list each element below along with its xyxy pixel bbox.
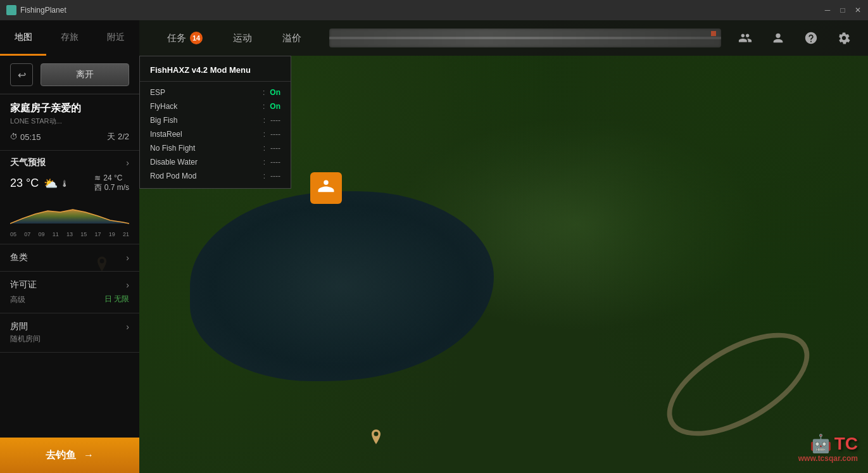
players-icon-btn[interactable]	[734, 27, 757, 49]
bigfish-value: ----	[270, 116, 280, 125]
license-section[interactable]: 许可证 › 高级 日 无限	[0, 272, 139, 313]
back-area: ↩ 离开	[0, 56, 139, 94]
room-sub: 随机房间	[10, 334, 129, 344]
license-arrow: ›	[126, 280, 129, 290]
settings-icon	[837, 31, 851, 45]
tab-map[interactable]: 地图	[0, 20, 46, 56]
person-icon	[771, 31, 785, 45]
titlebar-controls: ─ □ ✕	[822, 0, 863, 20]
tasks-badge: 14	[190, 32, 203, 44]
mod-menu: FishHAXZ v4.2 Mod Menu ESP : On FlyHack …	[139, 56, 291, 189]
player-icon	[317, 179, 336, 198]
room-title: 房間	[10, 321, 28, 332]
license-header: 许可证 ›	[10, 279, 129, 291]
location-time-row: ⏱ 05:15 天 2/2	[10, 131, 129, 142]
nofishfight-value: ----	[270, 144, 280, 153]
app-icon	[6, 5, 16, 15]
room-arrow: ›	[126, 322, 129, 332]
go-fishing-button[interactable]: 去钓鱼 →	[0, 438, 139, 473]
fish-title: 鱼类	[10, 252, 28, 263]
wave-icon: ≋	[94, 173, 101, 182]
help-icon	[804, 31, 818, 45]
location-sub: LONE STAR动...	[10, 117, 129, 126]
flyhack-value: On	[270, 102, 280, 111]
blurred-bar	[329, 28, 721, 47]
nav-item-sports[interactable]: 运动	[218, 20, 267, 56]
sidebar-scroll: ↩ 离开 家庭房子亲爱的 LONE STAR动... ⏱ 05:15 天 2/2	[0, 56, 139, 438]
sidebar: 地图 存旅 附近 ↩ 离开 家庭房子亲爱的 LONE STAR动...	[0, 20, 139, 473]
fish-section[interactable]: 鱼类 ›	[0, 244, 139, 272]
location-day: 天 2/2	[107, 131, 129, 142]
room-header: 房間 ›	[10, 321, 129, 332]
license-title: 许可证	[10, 279, 37, 291]
fish-arrow: ›	[126, 253, 129, 263]
mod-menu-title: FishHAXZ v4.2 Mod Menu	[140, 61, 291, 82]
go-fishing-arrow: →	[84, 450, 94, 461]
spot-marker-2[interactable]	[366, 424, 386, 450]
mod-item-rodpodmod[interactable]: Rod Pod Mod : ----	[140, 169, 291, 183]
watermark: 🤖 TC www.tcsqar.com	[798, 433, 858, 463]
location-time: ⏱ 05:15	[10, 132, 41, 142]
instareeel-value: ----	[270, 130, 280, 139]
license-value: 日 无限	[104, 294, 129, 305]
close-button[interactable]: ✕	[853, 5, 863, 15]
mod-item-disablewater[interactable]: Disable Water : ----	[140, 155, 291, 169]
watermark-site: www.tcsqar.com	[798, 454, 858, 463]
weather-current: 23 °C ⛅ 🌡 ≋ 24 °C 西 0.7 m/s	[10, 173, 129, 193]
weather-wind: ≋ 24 °C 西 0.7 m/s	[94, 173, 129, 193]
nav-icons	[734, 27, 855, 49]
weather-chart	[10, 198, 129, 230]
weather-section: 天气预报 › 23 °C ⛅ 🌡 ≋ 24 °C	[0, 151, 139, 244]
titlebar-title: FishingPlanet	[6, 5, 66, 15]
back-button[interactable]: ↩	[10, 63, 33, 86]
nav-item-premium[interactable]: 溢价	[267, 20, 317, 56]
mod-item-nofishfight[interactable]: No Fish Fight : ----	[140, 141, 291, 155]
location-info: 家庭房子亲爱的 LONE STAR动... ⏱ 05:15 天 2/2	[0, 94, 139, 151]
sidebar-tabs: 地图 存旅 附近	[0, 20, 139, 56]
top-nav: 任务 14 运动 溢价	[139, 20, 868, 56]
weather-arrow: ›	[126, 158, 129, 168]
esp-value: On	[270, 88, 280, 97]
settings-icon-btn[interactable]	[833, 27, 855, 49]
mod-item-instareeel[interactable]: InstaReel : ----	[140, 127, 291, 141]
tab-nearby[interactable]: 附近	[93, 20, 139, 56]
rodpodmod-value: ----	[270, 172, 280, 180]
weather-temp: 23 °C ⛅ 🌡	[10, 177, 69, 191]
weather-header[interactable]: 天气预报 ›	[10, 157, 129, 168]
leave-button[interactable]: 离开	[41, 63, 129, 86]
tasks-label: 任务	[167, 32, 186, 44]
watermark-brand: TC	[834, 434, 858, 454]
tab-save[interactable]: 存旅	[46, 20, 92, 56]
game-container: 任务 14 运动 溢价	[0, 20, 868, 473]
time-labels: 05 07 09 11 13 15 17 19 21	[10, 231, 129, 237]
location-name: 家庭房子亲爱的	[10, 102, 129, 115]
sports-label: 运动	[233, 32, 252, 44]
app-title: FishingPlanet	[20, 6, 66, 15]
license-sub: 高级	[10, 294, 25, 305]
player-marker	[310, 172, 342, 204]
spot-icon-2	[367, 428, 385, 446]
help-icon-btn[interactable]	[800, 27, 822, 49]
go-fishing-label: 去钓鱼	[46, 449, 76, 462]
mod-item-flyhack[interactable]: FlyHack : On	[140, 99, 291, 113]
titlebar: FishingPlanet ─ □ ✕	[0, 0, 868, 20]
minimize-button[interactable]: ─	[822, 5, 833, 15]
disablewater-value: ----	[270, 158, 280, 167]
players-icon	[738, 31, 752, 45]
mod-item-esp[interactable]: ESP : On	[140, 85, 291, 99]
premium-label: 溢价	[282, 32, 301, 44]
person-icon-btn[interactable]	[767, 27, 789, 49]
weather-title: 天气预报	[10, 157, 46, 168]
nav-item-tasks[interactable]: 任务 14	[152, 20, 218, 56]
maximize-button[interactable]: □	[838, 5, 848, 15]
room-section[interactable]: 房間 › 随机房间	[0, 313, 139, 353]
fish-header: 鱼类 ›	[10, 252, 129, 263]
mod-item-bigfish[interactable]: Big Fish : ----	[140, 113, 291, 127]
